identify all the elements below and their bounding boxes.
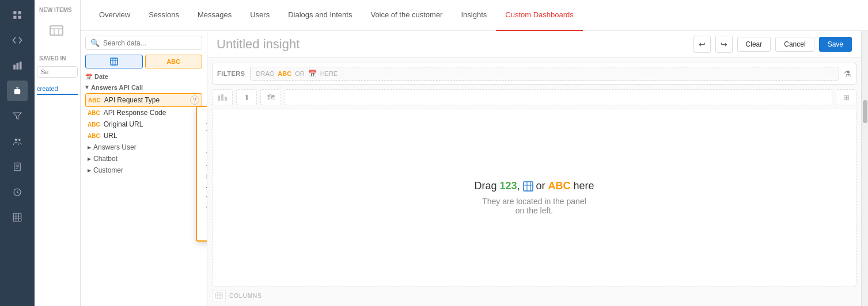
drag-hint-text-before: Drag [474,180,499,192]
info-icon-1[interactable]: ? [190,95,199,105]
api-popup: API Request Type The type of the request… [196,106,207,242]
svg-point-8 [16,91,17,92]
table-hint-icon [523,180,536,192]
chart-type-btn-2[interactable]: ⬆ [236,89,257,105]
answers-user-label: Answers User [93,143,137,151]
nav-insights[interactable]: Insights [452,0,496,31]
num-icon: 123 [499,180,517,192]
grid-icon[interactable] [7,5,28,25]
popup-value-post: POST [206,217,207,225]
clear-button[interactable]: Clear [737,37,771,52]
date-calendar-icon: 📅 [85,74,92,80]
svg-rect-17 [218,95,220,101]
search-box[interactable]: 🔍 [85,36,202,50]
api-request-type-label: API Request Type [104,96,160,104]
main-content: Overview Sessions Messages Users Dialogs… [81,0,868,306]
cancel-button[interactable]: Cancel [775,37,814,52]
chatbot-group[interactable]: ▸ Chatbot [85,153,202,165]
svg-point-11 [18,139,21,141]
undo-button[interactable]: ↩ [693,36,711,53]
popup-values-label: VALUES [206,196,207,202]
popup-value-get: GET [206,204,207,212]
svg-rect-16 [111,58,117,65]
filter-drop-area[interactable]: DRAG ABC OR 📅 HERE [250,67,839,81]
nav-sessions[interactable]: Sessions [139,0,188,31]
comma-1: , [517,180,522,192]
saved-search-box[interactable] [37,66,78,78]
popup-dataset-value: Answers API Call [206,182,207,190]
toggle-table-btn[interactable] [85,55,143,68]
chevron-right-icon-2: ▸ [88,155,91,163]
chart-type-row: ⬆ 🗺 ⊞ [212,89,856,105]
funnel-icon[interactable] [7,106,28,127]
svg-rect-2 [13,16,16,19]
chevron-right-icon-1: ▸ [88,143,91,151]
nav-users[interactable]: Users [241,0,279,31]
svg-rect-7 [14,89,21,94]
doc-icon[interactable] [7,156,28,177]
chart-extra-icon: ⊞ [843,93,850,102]
chart-type-btn-4[interactable]: ⊞ [836,89,856,105]
svg-rect-19 [225,97,227,101]
api-request-type-item[interactable]: ABC API Request Type ? [85,93,202,107]
filter-bar: FILTERS DRAG ABC OR 📅 HERE ⚗ [212,63,856,85]
new-items-label: NEW ITEMS [37,5,78,16]
nav-dialogs[interactable]: Dialogs and Intents [279,0,361,31]
url-item[interactable]: ABC URL [85,130,202,141]
original-url-item[interactable]: ABC Original URL [85,118,202,130]
nav-messages[interactable]: Messages [188,0,241,31]
redo-button[interactable]: ↪ [715,36,733,53]
right-scrollbar[interactable] [861,31,868,306]
left-sidebar [0,0,35,306]
chart-area-icon: ⬆ [244,93,250,102]
popup-type-label: TYPE [206,152,207,158]
abc-badge-1: ABC [88,97,101,104]
abc-badge-3: ABC [88,121,100,128]
search-icon: 🔍 [90,39,100,47]
saved-search-input[interactable] [41,68,74,75]
date-section: 📅 Date [85,73,202,80]
code-icon[interactable] [7,30,28,51]
chart-type-btn-3[interactable]: 🗺 [260,89,281,105]
api-response-code-item[interactable]: ABC API Response Code [85,107,202,118]
answers-api-section[interactable]: ▾ Answers API Call [85,83,202,91]
toggle-abc-btn[interactable]: ABC [145,55,203,68]
filter-funnel-icon[interactable]: ⚗ [844,69,851,78]
drop-hint-sub-1: They are located in the panel [474,197,594,206]
drop-hint: Drag 123, or ABC here They are located i… [474,180,594,215]
grid-table-icon[interactable] [7,207,28,228]
secondary-item-1[interactable] [37,18,76,43]
svg-rect-5 [17,63,19,70]
search-input[interactable] [103,39,197,47]
saved-item[interactable]: created [37,83,78,95]
chevron-down-icon: ▾ [85,83,89,91]
drop-hint-sub-2: on the left. [474,206,594,215]
abc-filter-tag: ABC [278,70,291,77]
data-panel: 🔍 ABC 📅 Date ▾ Answers API Call [81,31,207,306]
save-button[interactable]: Save [819,37,852,52]
chart-map-icon: 🗺 [267,93,275,102]
chart-type-btn-1[interactable] [212,89,233,105]
svg-rect-3 [18,16,21,19]
popup-title: API Request Type [206,116,207,125]
filters-label: FILTERS [217,70,245,77]
users-icon[interactable] [7,131,28,152]
popup-dataset-label: DATASET [206,174,207,180]
api-response-code-label: API Response Code [104,109,166,117]
svg-rect-15 [50,26,63,35]
nav-voice[interactable]: Voice of the customer [361,0,452,31]
columns-label: COLUMNS [229,293,262,299]
history-icon[interactable] [7,182,28,202]
abc-badge-4: ABC [88,133,100,139]
here-text: HERE [320,70,338,77]
answers-user-group[interactable]: ▸ Answers User [85,141,202,153]
secondary-sidebar: NEW ITEMS SAVED IN created [35,0,81,306]
nav-overview[interactable]: Overview [90,0,139,31]
chart-drop-area[interactable]: Drag 123, or ABC here They are located i… [212,109,856,286]
bot-icon[interactable] [7,81,28,101]
nav-custom-dashboards[interactable]: Custom Dashboards [496,0,583,31]
content-area: 🔍 ABC 📅 Date ▾ Answers API Call [81,31,868,306]
chart-bar-icon[interactable] [7,55,28,76]
scroll-thumb[interactable] [863,100,867,123]
customer-group[interactable]: ▸ Customer [85,165,202,176]
